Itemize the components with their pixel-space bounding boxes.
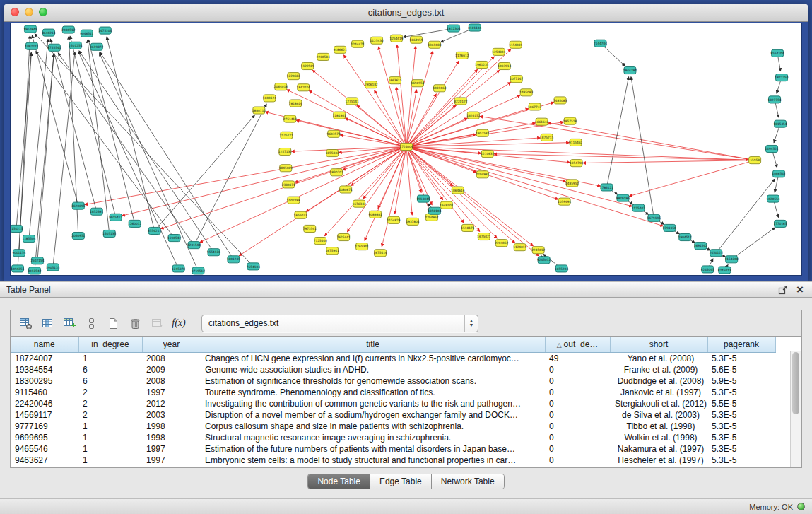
graph-node[interactable]: 1830202 bbox=[330, 169, 343, 176]
graph-node[interactable]: 2502154 bbox=[30, 257, 44, 264]
graph-node[interactable]: 9001154 bbox=[12, 250, 25, 257]
graph-node[interactable]: 7125440 bbox=[314, 238, 327, 245]
graph-node[interactable]: 7485083 bbox=[553, 97, 567, 104]
table-row[interactable]: 1456911722003Disruption of a novel membe… bbox=[11, 409, 775, 421]
column-header-title[interactable]: title bbox=[201, 337, 545, 353]
create-column-button[interactable] bbox=[60, 315, 78, 332]
graph-node[interactable]: 2204981 bbox=[476, 171, 489, 178]
graph-node[interactable]: 1626152 bbox=[466, 112, 480, 119]
graph-node[interactable]: 1906182 bbox=[365, 81, 378, 88]
graph-node[interactable]: 3012542 bbox=[28, 267, 41, 274]
graph-node[interactable]: 8245013 bbox=[718, 267, 731, 274]
graph-node[interactable]: 7818814 bbox=[289, 100, 302, 107]
graph-node[interactable]: 1649501 bbox=[440, 201, 453, 209]
delete-button[interactable] bbox=[126, 315, 144, 332]
network-canvas[interactable]: 1724004166361519061821275141118186196035… bbox=[11, 23, 801, 275]
graph-node[interactable]: 8791950 bbox=[663, 224, 676, 231]
graph-node[interactable]: 1961083 bbox=[428, 41, 441, 48]
graph-node[interactable]: 1275141 bbox=[346, 98, 359, 105]
show-columns-button[interactable] bbox=[38, 315, 57, 332]
graph-node[interactable]: 2380171 bbox=[282, 181, 295, 188]
graph-node[interactable]: 1914845 bbox=[416, 195, 430, 202]
graph-node[interactable]: 7625441 bbox=[337, 234, 351, 241]
graph-node[interactable]: 1122589 bbox=[301, 62, 314, 69]
graph-node[interactable]: 1254804 bbox=[492, 48, 505, 55]
graph-node[interactable]: 1007788 bbox=[287, 197, 300, 204]
graph-node[interactable]: 1944794 bbox=[623, 67, 637, 74]
graph-node[interactable]: 1505135 bbox=[102, 230, 116, 237]
tab-network-table[interactable]: Network Table bbox=[432, 474, 504, 489]
graph-node[interactable]: 1244471 bbox=[351, 40, 365, 47]
graph-node[interactable]: 9879195 bbox=[616, 194, 630, 201]
graph-node[interactable]: 2450125 bbox=[710, 250, 723, 257]
graph-node[interactable]: 1485952 bbox=[565, 180, 579, 187]
graph-node[interactable]: 2751412 bbox=[283, 115, 297, 122]
graph-node[interactable]: 1086542 bbox=[772, 170, 786, 177]
graph-node[interactable]: 1655033 bbox=[294, 211, 307, 218]
graph-node[interactable]: 2080512 bbox=[61, 26, 75, 33]
zoom-window-button[interactable] bbox=[39, 8, 47, 16]
graph-node[interactable]: 1154829 bbox=[387, 216, 401, 223]
graph-node[interactable]: 1815454 bbox=[774, 120, 787, 127]
graph-node[interactable]: 9046541 bbox=[80, 30, 93, 37]
graph-node[interactable]: 1600124 bbox=[263, 95, 276, 102]
graph-node[interactable]: 2575121 bbox=[280, 132, 293, 139]
graph-node[interactable]: 2204967 bbox=[425, 214, 438, 221]
graph-node[interactable]: 1875715 bbox=[540, 134, 553, 141]
graph-node[interactable]: 3220172 bbox=[454, 98, 467, 105]
graph-node[interactable]: 1961235 bbox=[475, 61, 488, 68]
graph-node[interactable]: 2150215 bbox=[11, 225, 23, 232]
graph-node[interactable]: 9603579 bbox=[327, 130, 341, 137]
graph-node[interactable]: 1664959 bbox=[409, 36, 423, 43]
graph-node[interactable]: 1254419 bbox=[390, 35, 404, 42]
graph-node[interactable]: 1679195 bbox=[647, 214, 661, 221]
graph-node[interactable]: 1125430 bbox=[370, 37, 384, 44]
graph-node[interactable]: 1475104 bbox=[98, 27, 112, 34]
table-row[interactable]: 1938455462009Genome-wide association stu… bbox=[11, 364, 775, 375]
graph-node[interactable]: 1675414 bbox=[374, 250, 387, 257]
table-row[interactable]: 969969511998Structural magnetic resonanc… bbox=[11, 432, 775, 443]
table-row[interactable]: 1830029562008Estimation of significance … bbox=[11, 375, 775, 387]
column-header-name[interactable]: name bbox=[11, 337, 78, 353]
graph-node[interactable]: 1864616 bbox=[451, 187, 464, 194]
graph-node[interactable]: 1518171 bbox=[461, 224, 474, 231]
graph-node[interactable]: 1257132 bbox=[278, 148, 292, 155]
graph-node[interactable]: 9554104 bbox=[771, 49, 784, 57]
graph-node[interactable]: 1954798 bbox=[570, 160, 583, 167]
graph-node[interactable]: 1880112 bbox=[252, 107, 266, 114]
graph-node[interactable]: 7973541 bbox=[303, 225, 317, 232]
row-mode-button[interactable] bbox=[82, 315, 100, 332]
graph-node[interactable]: 7654104 bbox=[247, 263, 260, 270]
graph-node[interactable]: 2260584 bbox=[317, 53, 330, 60]
graph-node[interactable]: 5905135 bbox=[46, 264, 59, 271]
graph-node[interactable]: 1260012 bbox=[128, 220, 141, 227]
column-header-short[interactable]: short bbox=[610, 337, 707, 353]
window-titlebar[interactable]: citations_edges.txt bbox=[4, 4, 808, 22]
graph-node[interactable]: 1124815 bbox=[513, 244, 526, 251]
graph-node[interactable]: 1691542 bbox=[694, 243, 707, 250]
graph-node[interactable]: 1190542 bbox=[167, 235, 181, 242]
graph-node[interactable]: 2245012 bbox=[531, 247, 545, 254]
graph-node[interactable]: 2144704 bbox=[594, 40, 607, 47]
graph-node[interactable]: 1176612 bbox=[455, 52, 469, 59]
graph-node[interactable]: 1904512 bbox=[678, 234, 692, 241]
tab-node-table[interactable]: Node Table bbox=[308, 474, 370, 489]
close-panel-icon[interactable]: × bbox=[796, 285, 804, 295]
graph-node[interactable]: 9245045 bbox=[701, 266, 714, 273]
graph-node[interactable]: 1485083 bbox=[519, 89, 533, 96]
graph-node[interactable]: 8554211 bbox=[148, 227, 161, 234]
graph-node[interactable]: 1154208 bbox=[725, 256, 739, 263]
table-row[interactable]: 946554611997Estimation of the future num… bbox=[11, 443, 775, 455]
graph-node[interactable]: 1059491 bbox=[558, 198, 571, 205]
graph-node[interactable]: 1675021 bbox=[477, 233, 490, 240]
table-mode-button[interactable] bbox=[16, 315, 35, 332]
graph-node[interactable]: 1125407 bbox=[632, 204, 645, 211]
graph-node[interactable]: 2231540 bbox=[187, 242, 201, 249]
graph-node[interactable]: 9089881 bbox=[369, 211, 382, 218]
graph-node[interactable]: 1220682 bbox=[287, 73, 300, 80]
graph-node[interactable]: 1822750 bbox=[775, 74, 789, 81]
table-scrollbar[interactable] bbox=[790, 351, 801, 467]
graph-node[interactable]: 1676342 bbox=[353, 200, 366, 207]
graph-node[interactable]: 1663615 bbox=[389, 77, 402, 84]
column-header-in_degree[interactable]: in_degree bbox=[78, 337, 142, 353]
